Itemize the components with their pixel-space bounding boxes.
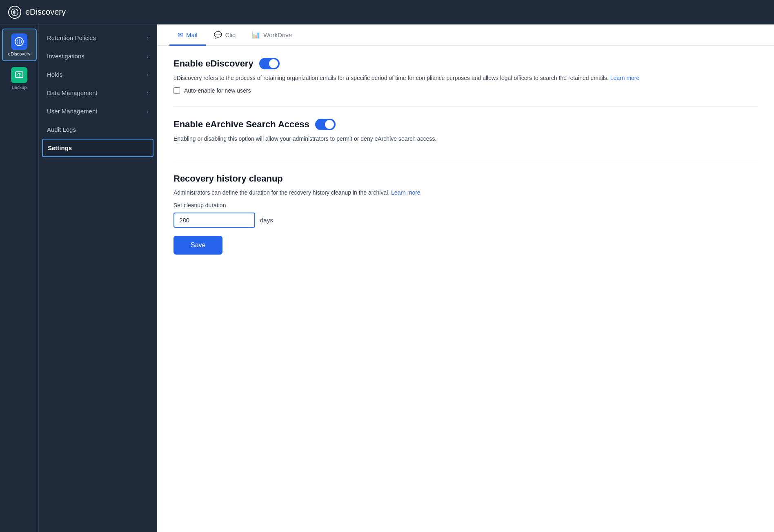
sidebar-item-backup[interactable]: Backup: [2, 63, 37, 94]
enable-ediscovery-title-text: Enable eDiscovery: [173, 58, 254, 69]
settings-content: Enable eDiscovery eDiscovery refers to t…: [157, 46, 774, 532]
ediscovery-nav-label: eDiscovery: [8, 51, 30, 56]
enable-ediscovery-desc: eDiscovery refers to the process of reta…: [173, 73, 758, 82]
top-bar: eDiscovery: [0, 0, 774, 24]
enable-ediscovery-desc-text: eDiscovery refers to the process of reta…: [173, 75, 609, 81]
recovery-cleanup-title: Recovery history cleanup: [173, 173, 758, 184]
nav-item-investigations[interactable]: Investigations ›: [39, 47, 157, 65]
nav-item-retention-policies[interactable]: Retention Policies ›: [39, 29, 157, 47]
enable-earchive-title-text: Enable eArchive Search Access: [173, 119, 309, 130]
nav-item-data-management[interactable]: Data Management ›: [39, 84, 157, 102]
nav-item-user-management[interactable]: User Management ›: [39, 102, 157, 120]
content-area: ✉ Mail 💬 Cliq 📊 WorkDrive Enable eDiscov…: [157, 24, 774, 532]
tab-workdrive[interactable]: 📊 WorkDrive: [244, 24, 300, 46]
tab-cliq[interactable]: 💬 Cliq: [206, 24, 244, 46]
recovery-cleanup-desc: Administrators can define the duration f…: [173, 188, 758, 197]
tab-cliq-label: Cliq: [225, 31, 236, 38]
main-layout: eDiscovery Backup Retention Policies › I…: [0, 24, 774, 532]
chevron-right-icon: ›: [147, 108, 149, 115]
set-cleanup-label: Set cleanup duration: [173, 202, 758, 208]
nav-item-holds[interactable]: Holds ›: [39, 65, 157, 84]
duration-row: days: [173, 213, 758, 228]
chevron-right-icon: ›: [147, 71, 149, 78]
tabs-bar: ✉ Mail 💬 Cliq 📊 WorkDrive: [157, 24, 774, 46]
tab-mail-label: Mail: [186, 31, 198, 38]
nav-label-investigations: Investigations: [47, 53, 85, 60]
app-name-label: eDiscovery: [25, 7, 66, 17]
nav-label-holds: Holds: [47, 71, 62, 78]
nav-label-audit-logs: Audit Logs: [47, 126, 76, 133]
auto-enable-label: Auto-enable for new users: [184, 87, 251, 94]
enable-ediscovery-toggle[interactable]: [259, 58, 280, 69]
nav-label-data-management: Data Management: [47, 89, 97, 96]
ediscovery-icon: [11, 33, 27, 50]
chevron-right-icon: ›: [147, 90, 149, 96]
nav-sidebar: Retention Policies › Investigations › Ho…: [39, 24, 157, 532]
recovery-cleanup-learn-more[interactable]: Learn more: [391, 189, 420, 196]
recovery-cleanup-section: Recovery history cleanup Administrators …: [173, 173, 758, 267]
enable-ediscovery-section: Enable eDiscovery eDiscovery refers to t…: [173, 58, 758, 106]
save-button[interactable]: Save: [173, 236, 222, 255]
auto-enable-row: Auto-enable for new users: [173, 87, 758, 94]
auto-enable-checkbox[interactable]: [173, 87, 180, 94]
cliq-icon: 💬: [214, 31, 222, 39]
recovery-cleanup-title-text: Recovery history cleanup: [173, 173, 283, 184]
enable-ediscovery-learn-more[interactable]: Learn more: [610, 75, 640, 81]
toggle-slider-earchive: [315, 119, 336, 130]
enable-ediscovery-title: Enable eDiscovery: [173, 58, 758, 69]
enable-earchive-desc-text: Enabling or disabling this option will a…: [173, 135, 436, 142]
nav-label-user-management: User Management: [47, 108, 97, 115]
cleanup-duration-input[interactable]: [173, 213, 255, 228]
enable-earchive-desc: Enabling or disabling this option will a…: [173, 134, 758, 143]
toggle-slider: [259, 58, 280, 69]
tab-mail[interactable]: ✉ Mail: [169, 24, 206, 46]
enable-earchive-title: Enable eArchive Search Access: [173, 119, 758, 130]
backup-nav-label: Backup: [12, 85, 27, 90]
sidebar-item-ediscovery[interactable]: eDiscovery: [2, 29, 37, 61]
nav-item-audit-logs[interactable]: Audit Logs: [39, 120, 157, 139]
nav-item-settings[interactable]: Settings: [42, 139, 153, 157]
app-logo: eDiscovery: [8, 6, 66, 19]
tab-workdrive-label: WorkDrive: [263, 31, 292, 38]
duration-unit-label: days: [260, 217, 273, 224]
mail-icon: ✉: [178, 31, 183, 39]
chevron-right-icon: ›: [147, 35, 149, 41]
chevron-right-icon: ›: [147, 53, 149, 60]
enable-earchive-toggle[interactable]: [315, 119, 336, 130]
icon-sidebar: eDiscovery Backup: [0, 24, 39, 532]
nav-label-settings: Settings: [48, 144, 72, 151]
nav-label-retention-policies: Retention Policies: [47, 34, 96, 41]
recovery-cleanup-desc-text: Administrators can define the duration f…: [173, 189, 389, 196]
backup-icon: [11, 67, 27, 83]
ediscovery-logo-icon: [8, 6, 21, 19]
workdrive-icon: 📊: [252, 31, 260, 39]
enable-earchive-section: Enable eArchive Search Access Enabling o…: [173, 119, 758, 161]
